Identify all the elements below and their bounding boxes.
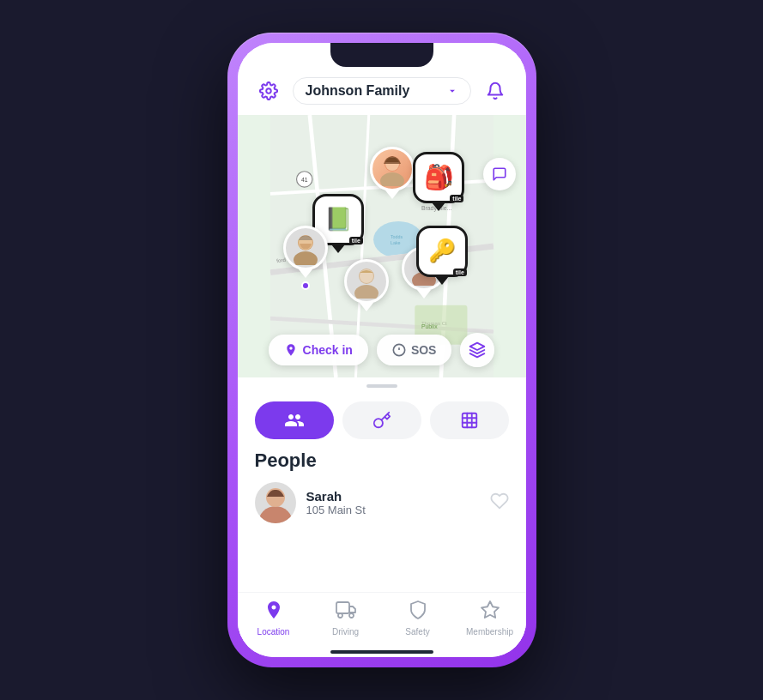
book-pin-tail — [331, 244, 345, 253]
svg-text:Lake: Lake — [390, 240, 400, 245]
sarah-info: Sarah 105 Main St — [306, 489, 480, 516]
svg-text:41: 41 — [300, 177, 307, 183]
svg-marker-35 — [470, 343, 485, 350]
svg-point-21 — [380, 172, 404, 186]
book-tile-badge: tile — [349, 237, 363, 244]
safety-nav-icon — [408, 600, 428, 625]
people-tab[interactable] — [255, 401, 334, 439]
svg-point-0 — [266, 88, 271, 94]
teen-girl-pin — [370, 147, 415, 199]
svg-point-45 — [349, 613, 354, 618]
son-avatar — [344, 259, 389, 304]
svg-point-44 — [338, 613, 342, 618]
dad-pin-tail — [299, 269, 312, 278]
driving-nav-label: Driving — [332, 627, 359, 637]
keys-tile: 🔑 tile — [416, 226, 468, 277]
backpack-tile: 🎒 tile — [413, 152, 464, 203]
drag-handle — [238, 377, 526, 395]
son-pin — [344, 259, 389, 311]
map-container[interactable]: Todds Lake ford Blvd Thomas Ct — [238, 115, 526, 377]
driving-nav-icon — [336, 600, 356, 625]
checkin-button[interactable]: Check in — [269, 335, 368, 365]
svg-point-41 — [258, 506, 293, 523]
person-row[interactable]: Sarah 105 Main St — [255, 482, 509, 523]
keys-tile-pin: 🔑 tile — [416, 226, 468, 285]
bell-button[interactable] — [480, 75, 511, 106]
teen-girl-avatar — [370, 147, 415, 191]
svg-text:Publix: Publix — [421, 323, 437, 329]
family-selector[interactable]: Johnson Family — [293, 77, 471, 105]
panel-tabs — [238, 395, 526, 446]
daughter-pin-tail — [417, 290, 431, 299]
bottom-nav: Location Driving — [238, 592, 526, 650]
nav-safety[interactable]: Safety — [382, 600, 454, 637]
svg-point-27 — [354, 285, 378, 299]
membership-nav-icon — [480, 600, 500, 625]
son-pin-tail — [360, 303, 373, 311]
location-nav-label: Location — [257, 627, 290, 637]
svg-text:Todds: Todds — [390, 234, 403, 239]
svg-point-24 — [294, 251, 318, 265]
tile-tab[interactable] — [342, 401, 421, 439]
dad-avatar — [283, 226, 328, 270]
pin-tail-dark — [432, 202, 445, 211]
dad-pin — [283, 226, 328, 290]
keys-pin-tail — [435, 276, 449, 285]
chat-button[interactable] — [483, 158, 516, 190]
location-nav-icon — [263, 600, 284, 625]
sarah-address: 105 Main St — [306, 504, 480, 516]
svg-marker-46 — [481, 601, 499, 618]
people-section: People Sarah 105 Main St — [238, 446, 526, 592]
family-name: Johnson Family — [306, 83, 410, 99]
nav-location[interactable]: Location — [238, 600, 310, 637]
phone-notch — [330, 43, 433, 67]
action-bar: Check in SOS — [238, 333, 526, 367]
sarah-name: Sarah — [306, 489, 480, 504]
people-title: People — [255, 450, 509, 472]
phone-frame: Johnson Family Todds Lake — [227, 33, 536, 667]
checkin-label: Check in — [303, 343, 353, 357]
sos-button[interactable]: SOS — [377, 335, 452, 365]
sarah-avatar — [255, 482, 296, 523]
tile-badge: tile — [450, 195, 463, 202]
heart-icon[interactable] — [490, 492, 509, 515]
membership-nav-label: Membership — [466, 627, 513, 637]
safety-nav-label: Safety — [405, 627, 429, 637]
home-indicator — [330, 650, 433, 654]
location-dot — [301, 281, 310, 290]
phone-screen: Johnson Family Todds Lake — [238, 43, 526, 657]
map-background: Todds Lake ford Blvd Thomas Ct — [238, 115, 526, 377]
nav-driving[interactable]: Driving — [310, 600, 382, 637]
svg-rect-43 — [336, 602, 349, 613]
svg-rect-36 — [462, 413, 476, 428]
pin-tail — [385, 190, 399, 199]
places-tab[interactable] — [430, 401, 509, 439]
keys-tile-badge: tile — [453, 269, 467, 276]
gear-button[interactable] — [253, 75, 284, 106]
nav-membership[interactable]: Membership — [454, 600, 526, 637]
bottom-panel: People Sarah 105 Main St — [238, 395, 526, 657]
drag-pill — [366, 384, 397, 388]
sos-label: SOS — [411, 343, 437, 357]
backpack-tile-pin: 🎒 tile — [413, 152, 464, 211]
layers-button[interactable] — [460, 333, 494, 367]
